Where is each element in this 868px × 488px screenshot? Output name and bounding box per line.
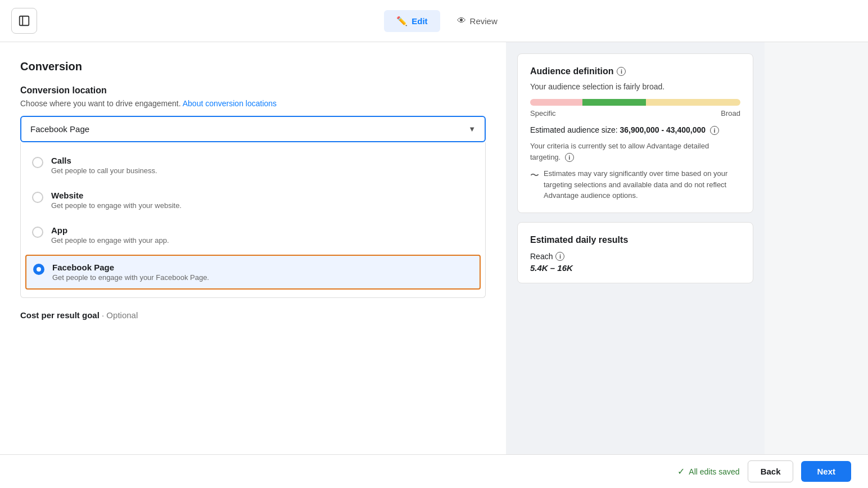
radio-website[interactable] [32,192,43,203]
criteria-info-icon[interactable]: i [565,153,574,162]
header-tabs: ✏️ Edit 👁 Review [384,10,510,32]
cost-per-result: Cost per result goal · Optional [20,310,486,320]
option-app-text: App Get people to engage with your app. [51,225,169,245]
option-calls-text: Calls Get people to call your business. [51,156,157,175]
reach-value: 5.4K – 16K [530,263,740,273]
reach-info-icon[interactable]: i [555,252,564,261]
check-icon: ✓ [677,466,685,477]
option-app[interactable]: App Get people to engage with your app. [21,218,485,252]
toggle-sidebar-button[interactable] [11,8,37,34]
criteria-text: Your criteria is currently set to allow … [530,141,740,162]
option-website-text: Website Get people to engage with your w… [51,191,182,210]
gauge-bar [530,99,740,106]
section-title: Conversion [20,60,486,73]
radio-calls[interactable] [32,157,43,168]
option-website-desc: Get people to engage with your website. [51,201,182,210]
bottom-bar: ✓ All edits saved Back Next [0,454,868,488]
options-scroll[interactable]: Calls Get people to call your business. … [21,142,485,297]
back-button[interactable]: Back [748,460,794,482]
top-bar: ✏️ Edit 👁 Review [0,0,868,42]
gauge-labels: Specific Broad [530,109,740,118]
gauge-broad-label: Broad [721,109,740,118]
estimates-icon: 〜 [530,169,539,182]
option-app-desc: Get people to engage with your app. [51,236,169,245]
main-layout: Conversion Conversion location Choose wh… [0,42,868,455]
option-calls-desc: Get people to call your business. [51,166,157,175]
review-icon: 👁 [457,16,466,26]
option-website[interactable]: Website Get people to engage with your w… [21,183,485,218]
conversion-location-title: Conversion location [20,85,486,96]
daily-results-card: Estimated daily results Reach i 5.4K – 1… [517,222,753,283]
daily-results-title: Estimated daily results [530,235,740,245]
tab-review-label: Review [470,16,498,26]
option-website-label: Website [51,191,182,200]
option-calls-label: Calls [51,156,157,165]
audience-definition-card: Audience definition i Your audience sele… [517,53,753,213]
audience-size-info-icon[interactable]: i [710,126,719,135]
option-app-label: App [51,225,169,235]
about-conversion-locations-link[interactable]: About conversion locations [183,99,277,108]
left-panel: Conversion Conversion location Choose wh… [0,42,506,455]
reach-label: Reach i [530,252,740,261]
option-facebook-page[interactable]: Facebook Page Get people to engage with … [25,255,481,290]
option-calls[interactable]: Calls Get people to call your business. [21,148,485,183]
dropdown-selected-value: Facebook Page [30,124,89,134]
estimates-note: 〜 Estimates may vary significantly over … [530,168,740,201]
conversion-location-dropdown[interactable]: Facebook Page ▼ [20,116,486,142]
optional-label: · Optional [102,310,138,320]
audience-size-text: Estimated audience size: 36,900,000 - 43… [530,125,740,135]
right-panel: Audience definition i Your audience sele… [506,42,765,455]
saved-text: All edits saved [689,467,739,476]
option-facebook-page-label: Facebook Page [52,263,209,272]
options-container: Calls Get people to call your business. … [20,142,486,298]
radio-app[interactable] [32,227,43,238]
option-facebook-page-text: Facebook Page Get people to engage with … [52,263,209,282]
conversion-location-section: Conversion location Choose where you wan… [20,85,486,298]
conversion-location-description: Choose where you want to drive engagemen… [20,99,486,108]
audience-size-value: 36,900,000 - 43,400,000 [620,125,706,134]
tab-edit-label: Edit [412,16,427,26]
edit-icon: ✏️ [396,16,408,26]
next-button[interactable]: Next [801,461,851,482]
svg-rect-0 [20,16,29,26]
radio-facebook-page[interactable] [33,264,44,275]
audience-definition-info-icon[interactable]: i [617,67,626,76]
audience-definition-title: Audience definition i [530,66,740,76]
option-facebook-page-desc: Get people to engage with your Facebook … [52,273,209,282]
audience-description: Your audience selection is fairly broad. [530,82,740,91]
dropdown-arrow-icon: ▼ [468,125,476,133]
tab-review[interactable]: 👁 Review [445,10,510,31]
gauge-specific-label: Specific [530,109,556,118]
tab-edit[interactable]: ✏️ Edit [384,10,440,32]
saved-status: ✓ All edits saved [677,466,739,477]
